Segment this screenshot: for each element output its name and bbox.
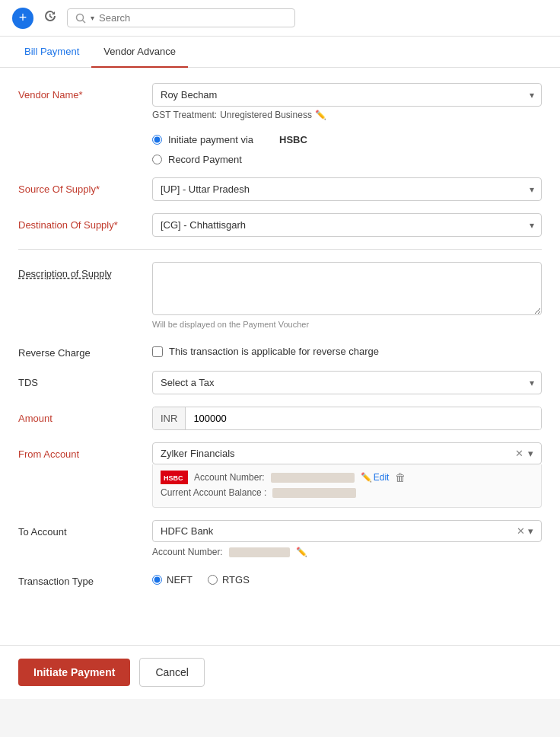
transaction-type-label: Transaction Type bbox=[18, 570, 140, 587]
description-hint: Will be displayed on the Payment Voucher bbox=[152, 320, 542, 329]
record-payment-text: Record Payment bbox=[168, 154, 242, 165]
tab-vendor-advance[interactable]: Vendor Advance bbox=[91, 37, 188, 68]
initiate-payment-radio-input[interactable] bbox=[152, 135, 162, 145]
dest-supply-select-wrapper: [CG] - Chhattisgarh bbox=[152, 213, 542, 237]
to-account-row: To Account HDFC Bank ✕ ▾ Account Number:… bbox=[18, 520, 542, 557]
edit-pen-icon: ✏️ bbox=[361, 472, 372, 483]
divider-1 bbox=[18, 249, 542, 250]
svg-point-0 bbox=[77, 14, 84, 21]
from-account-control: Zylker Financials ✕ ▾ HSBC bbox=[152, 442, 542, 508]
transaction-type-control: NEFT RTGS bbox=[152, 570, 542, 585]
gst-edit-icon[interactable]: ✏️ bbox=[315, 110, 326, 120]
record-payment-radio[interactable]: Record Payment bbox=[152, 154, 542, 165]
to-account-label: To Account bbox=[18, 520, 140, 538]
bank-info: HSBC Account Number: ✏️ Edit 🗑 Current A… bbox=[152, 464, 542, 508]
dest-supply-label: Destination Of Supply* bbox=[18, 213, 140, 231]
rtgs-option[interactable]: RTGS bbox=[208, 574, 250, 585]
reverse-charge-control: This transaction is applicable for rever… bbox=[152, 341, 542, 357]
search-bar[interactable]: ▾ bbox=[67, 8, 295, 27]
vendor-name-select-wrapper: Roy Becham bbox=[152, 83, 542, 107]
gst-label: GST Treatment: bbox=[152, 110, 217, 120]
dest-supply-control: [CG] - Chhattisgarh bbox=[152, 213, 542, 237]
record-payment-radio-input[interactable] bbox=[152, 155, 162, 164]
amount-wrap: INR bbox=[152, 407, 542, 430]
tds-select[interactable]: Select a Tax bbox=[152, 371, 542, 394]
current-balance-label: Current Account Balance : bbox=[161, 487, 266, 498]
transaction-type-wrap: NEFT RTGS bbox=[152, 570, 542, 585]
search-dropdown-arrow[interactable]: ▾ bbox=[91, 14, 94, 22]
description-textarea[interactable] bbox=[152, 262, 542, 315]
to-account-icons: ✕ ▾ bbox=[517, 525, 533, 537]
from-account-select[interactable]: Zylker Financials ✕ ▾ bbox=[152, 442, 542, 464]
from-account-clear-icon[interactable]: ✕ bbox=[515, 448, 523, 459]
gst-treatment: GST Treatment: Unregistered Business ✏️ bbox=[152, 110, 542, 120]
description-label: Description of Supply bbox=[18, 262, 140, 279]
dest-supply-select[interactable]: [CG] - Chhattisgarh bbox=[152, 213, 542, 237]
vendor-name-label: Vendor Name* bbox=[18, 83, 140, 100]
amount-row: Amount INR bbox=[18, 407, 542, 430]
bank-account-line: HSBC Account Number: ✏️ Edit 🗑 bbox=[161, 471, 533, 484]
reverse-charge-label: Reverse Charge bbox=[18, 341, 140, 359]
add-button[interactable]: + bbox=[12, 8, 33, 29]
to-account-number-label: Account Number: bbox=[152, 547, 223, 557]
tabs: Bill Payment Vendor Advance bbox=[0, 37, 560, 68]
to-account-value: HDFC Bank bbox=[161, 525, 517, 537]
from-account-icons: ✕ ▾ bbox=[515, 448, 533, 459]
to-account-clear-icon[interactable]: ✕ bbox=[517, 525, 525, 537]
source-supply-select[interactable]: [UP] - Uttar Pradesh bbox=[152, 177, 542, 201]
cancel-button[interactable]: Cancel bbox=[139, 658, 205, 687]
tab-bill-payment[interactable]: Bill Payment bbox=[12, 37, 91, 68]
edit-label: Edit bbox=[374, 472, 390, 483]
currency-badge: INR bbox=[153, 407, 186, 429]
delete-icon[interactable]: 🗑 bbox=[395, 471, 406, 483]
from-account-dropdown-icon[interactable]: ▾ bbox=[528, 448, 533, 459]
amount-label: Amount bbox=[18, 407, 140, 424]
reverse-charge-checkbox-label: This transaction is applicable for rever… bbox=[169, 346, 379, 357]
account-number-value bbox=[271, 473, 355, 483]
neft-radio[interactable] bbox=[152, 575, 162, 585]
form-area: Vendor Name* Roy Becham GST Treatment: U… bbox=[0, 68, 560, 645]
neft-option[interactable]: NEFT bbox=[152, 574, 192, 585]
dest-supply-row: Destination Of Supply* [CG] - Chhattisga… bbox=[18, 213, 542, 237]
neft-label: NEFT bbox=[167, 574, 192, 585]
vendor-name-control: Roy Becham GST Treatment: Unregistered B… bbox=[152, 83, 542, 165]
search-icon bbox=[75, 13, 86, 24]
to-account-select[interactable]: HDFC Bank ✕ ▾ bbox=[152, 520, 542, 542]
current-balance-value bbox=[272, 488, 356, 498]
tds-select-wrapper: Select a Tax bbox=[152, 371, 542, 394]
tds-control: Select a Tax bbox=[152, 371, 542, 394]
reverse-charge-checkbox[interactable] bbox=[152, 346, 163, 357]
add-icon: + bbox=[19, 10, 27, 26]
from-account-row: From Account Zylker Financials ✕ ▾ HSB bbox=[18, 442, 542, 508]
history-icon[interactable] bbox=[43, 8, 58, 27]
balance-line: Current Account Balance : bbox=[161, 487, 533, 498]
amount-control: INR bbox=[152, 407, 542, 430]
edit-link[interactable]: ✏️ Edit bbox=[361, 472, 390, 483]
to-account-number-line: Account Number: ✏️ bbox=[152, 547, 542, 557]
reverse-charge-checkbox-wrap: This transaction is applicable for rever… bbox=[152, 341, 542, 357]
transaction-type-row: Transaction Type NEFT RTGS bbox=[18, 570, 542, 587]
vendor-name-select[interactable]: Roy Becham bbox=[152, 83, 542, 107]
source-supply-control: [UP] - Uttar Pradesh bbox=[152, 177, 542, 201]
amount-input[interactable] bbox=[186, 407, 541, 429]
to-account-number-value bbox=[229, 547, 290, 557]
search-input[interactable] bbox=[99, 12, 287, 24]
hsbc-icon-radio bbox=[259, 131, 276, 148]
from-account-value: Zylker Financials bbox=[161, 448, 515, 459]
tds-label: TDS bbox=[18, 371, 140, 388]
rtgs-radio[interactable] bbox=[208, 575, 218, 585]
to-account-control: HDFC Bank ✕ ▾ Account Number: ✏️ bbox=[152, 520, 542, 557]
description-control: Will be displayed on the Payment Voucher bbox=[152, 262, 542, 329]
from-account-label: From Account bbox=[18, 442, 140, 460]
footer-bar: Initiate Payment Cancel bbox=[0, 645, 560, 699]
gst-value: Unregistered Business bbox=[220, 110, 312, 120]
vendor-name-row: Vendor Name* Roy Becham GST Treatment: U… bbox=[18, 83, 542, 165]
to-account-dropdown-icon[interactable]: ▾ bbox=[528, 525, 533, 537]
source-supply-label: Source Of Supply* bbox=[18, 177, 140, 195]
initiate-payment-button[interactable]: Initiate Payment bbox=[18, 659, 130, 686]
to-account-edit-icon[interactable]: ✏️ bbox=[296, 547, 307, 557]
top-bar: + ▾ bbox=[0, 0, 560, 37]
account-number-label: Account Number: bbox=[194, 472, 265, 483]
initiate-payment-radio[interactable]: Initiate payment via HSBC bbox=[152, 131, 542, 148]
reverse-charge-row: Reverse Charge This transaction is appli… bbox=[18, 341, 542, 359]
